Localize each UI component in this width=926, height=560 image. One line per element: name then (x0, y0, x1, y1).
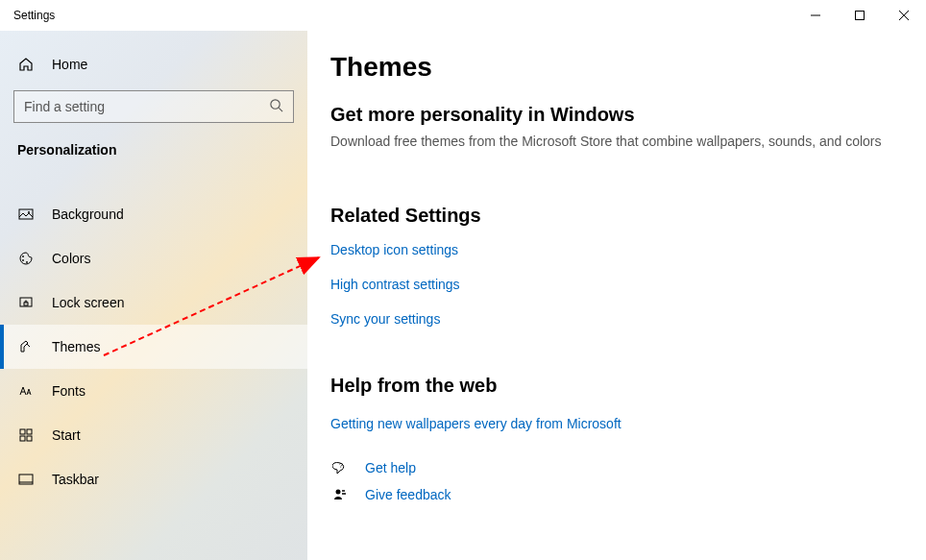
get-help-link[interactable]: Get help (365, 460, 416, 475)
maximize-icon (855, 11, 865, 20)
search-field[interactable] (24, 99, 269, 114)
svg-point-6 (26, 261, 28, 263)
lock-screen-icon (17, 295, 35, 310)
sidebar: Home Personalization Background Colors (0, 31, 307, 560)
search-icon (269, 98, 283, 116)
window-title: Settings (0, 9, 55, 22)
sidebar-item-start[interactable]: Start (0, 413, 307, 457)
page-title: Themes (330, 52, 903, 83)
sidebar-item-label: Taskbar (52, 472, 99, 487)
taskbar-icon (17, 472, 35, 487)
help-from-web-heading: Help from the web (330, 375, 903, 397)
window-controls (793, 0, 926, 31)
sidebar-item-label: Fonts (52, 383, 85, 399)
svg-rect-8 (24, 303, 28, 305)
svg-rect-11 (20, 436, 25, 441)
sidebar-item-label: Themes (52, 339, 101, 354)
svg-text:?: ? (339, 462, 343, 469)
svg-point-3 (28, 211, 30, 213)
image-icon (17, 207, 35, 222)
help-section: ? Get help Give feedback (330, 460, 903, 502)
close-icon (899, 11, 909, 20)
svg-rect-9 (20, 429, 25, 434)
settings-window: Settings Home (0, 0, 926, 560)
fonts-icon (17, 383, 35, 399)
palette-icon (17, 251, 35, 266)
home-icon (17, 57, 35, 72)
personality-heading: Get more personality in Windows (330, 104, 903, 126)
minimize-icon (811, 11, 820, 20)
get-help-icon: ? (330, 460, 350, 475)
link-getting-new-wallpapers[interactable]: Getting new wallpapers every day from Mi… (330, 416, 903, 431)
svg-point-1 (271, 99, 280, 108)
titlebar: Settings (0, 0, 926, 31)
search-input[interactable] (13, 90, 294, 123)
themes-icon (17, 339, 35, 354)
home-label: Home (52, 57, 87, 72)
minimize-button[interactable] (793, 0, 838, 31)
link-sync-your-settings[interactable]: Sync your settings (330, 311, 903, 327)
svg-rect-0 (856, 12, 865, 20)
personality-description: Download free themes from the Microsoft … (330, 134, 903, 149)
sidebar-item-label: Colors (52, 251, 90, 266)
sidebar-item-label: Start (52, 427, 81, 443)
sidebar-item-themes[interactable]: Themes (0, 325, 307, 369)
svg-rect-10 (27, 429, 32, 434)
related-settings-heading: Related Settings (330, 205, 903, 227)
main-content: Themes Get more personality in Windows D… (307, 31, 926, 560)
svg-rect-12 (27, 436, 32, 441)
get-help-row[interactable]: ? Get help (330, 460, 903, 475)
sidebar-item-label: Lock screen (52, 295, 124, 310)
category-heading: Personalization (0, 133, 307, 165)
sidebar-item-background[interactable]: Background (0, 192, 307, 236)
close-button[interactable] (882, 0, 926, 31)
sidebar-item-taskbar[interactable]: Taskbar (0, 457, 307, 501)
svg-point-16 (336, 490, 341, 495)
feedback-icon (330, 487, 350, 502)
sidebar-item-lock-screen[interactable]: Lock screen (0, 280, 307, 325)
link-desktop-icon-settings[interactable]: Desktop icon settings (330, 242, 903, 257)
svg-point-4 (22, 256, 24, 257)
sidebar-item-fonts[interactable]: Fonts (0, 369, 307, 413)
give-feedback-row[interactable]: Give feedback (330, 487, 903, 502)
nav-list: Background Colors Lock screen Themes Fon… (0, 192, 307, 501)
svg-point-5 (22, 259, 24, 261)
give-feedback-link[interactable]: Give feedback (365, 487, 451, 502)
sidebar-item-colors[interactable]: Colors (0, 236, 307, 280)
start-icon (17, 427, 35, 443)
home-button[interactable]: Home (0, 44, 307, 85)
maximize-button[interactable] (838, 0, 882, 31)
link-high-contrast-settings[interactable]: High contrast settings (330, 277, 903, 292)
sidebar-item-label: Background (52, 207, 124, 222)
svg-rect-2 (19, 209, 33, 219)
